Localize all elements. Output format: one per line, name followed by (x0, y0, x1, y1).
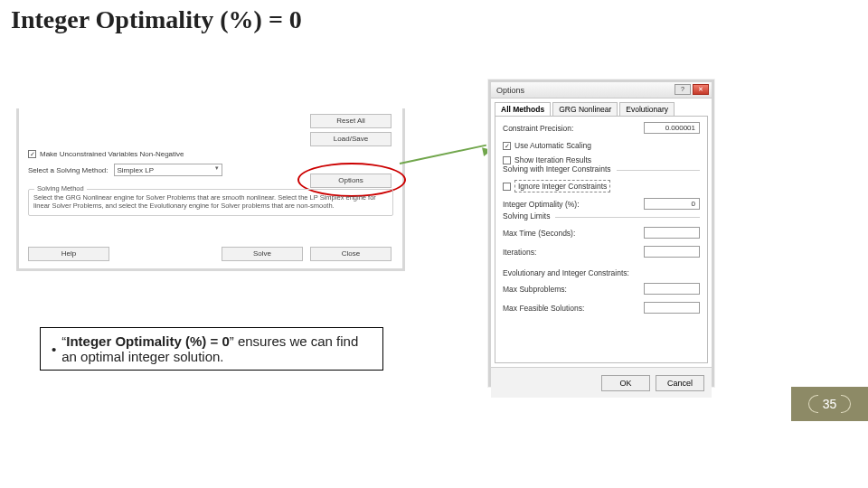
ignore-int-checkbox[interactable] (503, 183, 511, 191)
help-window-button[interactable]: ? (675, 84, 691, 95)
max-sub-label: Max Subproblems: (503, 285, 567, 294)
solver-parameters-panel: Reset All Load/Save ✓ Make Unconstrained… (16, 108, 405, 271)
precision-label: Constraint Precision: (503, 124, 573, 133)
bullet-icon: • (52, 342, 56, 357)
solving-method-desc: Select the GRG Nonlinear engine for Solv… (33, 193, 376, 210)
reset-all-button[interactable]: Reset All (310, 114, 392, 128)
tab-grg-nonlinear[interactable]: GRG Nonlinear (552, 102, 618, 116)
ignore-int-label: Ignore Integer Constraints (514, 180, 610, 192)
group-evolutionary: Evolutionary and Integer Constraints: Ma… (503, 265, 700, 314)
group-lim-title: Solving Limits (503, 211, 555, 221)
load-save-button[interactable]: Load/Save (310, 132, 392, 146)
tab-evolutionary[interactable]: Evolutionary (619, 102, 675, 116)
close-button[interactable]: Close (310, 247, 392, 261)
dialog-title: Options (496, 86, 524, 95)
slide-number-badge: 35 (791, 387, 868, 421)
ok-button[interactable]: OK (601, 375, 650, 391)
auto-scale-label: Use Automatic Scaling (514, 141, 591, 150)
method-select[interactable]: Simplex LP (114, 164, 222, 176)
auto-scale-checkbox[interactable]: ✓ (503, 142, 511, 150)
max-time-input[interactable] (644, 227, 700, 239)
group-solving-limits: Solving Limits Max Time (Seconds): Itera… (503, 217, 700, 258)
tabs: All Methods GRG Nonlinear Evolutionary (491, 99, 712, 116)
iterations-label: Iterations: (503, 248, 536, 257)
group-int-title: Solving with Integer Constraints (503, 164, 617, 174)
options-button[interactable]: Options (310, 174, 392, 188)
max-feas-input[interactable] (644, 302, 700, 314)
callout-text: “Integer Optimality (%) = 0” ensures we … (61, 333, 372, 364)
tab-all-methods[interactable]: All Methods (495, 102, 551, 116)
slide-title: Integer Optimality (%) = 0 (11, 5, 302, 34)
solving-method-title: Solving Method (34, 184, 87, 192)
nonneg-checkbox[interactable]: ✓ (28, 150, 36, 158)
dialog-titlebar: Options ? ✕ (491, 82, 712, 99)
show-iter-label: Show Iteration Results (514, 155, 591, 164)
callout-box: • “Integer Optimality (%) = 0” ensures w… (40, 327, 383, 371)
nonneg-label: Make Unconstrained Variables Non-Negativ… (40, 150, 184, 158)
precision-input[interactable]: 0.000001 (644, 122, 700, 134)
method-label: Select a Solving Method: (28, 166, 108, 174)
options-dialog: Options ? ✕ All Methods GRG Nonlinear Ev… (488, 80, 714, 387)
iterations-input[interactable] (644, 246, 700, 258)
cancel-button[interactable]: Cancel (656, 375, 704, 391)
method-value: Simplex LP (118, 166, 154, 174)
solving-method-group: Solving Method Select the GRG Nonlinear … (28, 189, 393, 216)
tab-body: Constraint Precision: 0.000001 ✓ Use Aut… (495, 116, 708, 363)
group-integer-constraints: Solving with Integer Constraints Ignore … (503, 170, 700, 210)
close-window-button[interactable]: ✕ (693, 84, 709, 95)
max-sub-input[interactable] (644, 283, 700, 295)
max-time-label: Max Time (Seconds): (503, 229, 575, 238)
solve-button[interactable]: Solve (222, 247, 303, 261)
slide-number: 35 (812, 397, 848, 411)
help-button[interactable]: Help (28, 247, 109, 261)
int-opt-label: Integer Optimality (%): (503, 200, 580, 209)
group-evo-title: Evolutionary and Integer Constraints: (503, 268, 629, 277)
max-feas-label: Max Feasible Solutions: (503, 304, 584, 313)
arrow-line (400, 145, 486, 164)
show-iter-checkbox[interactable] (503, 156, 511, 164)
int-opt-input[interactable]: 0 (644, 198, 700, 210)
dialog-footer: OK Cancel (491, 367, 712, 398)
